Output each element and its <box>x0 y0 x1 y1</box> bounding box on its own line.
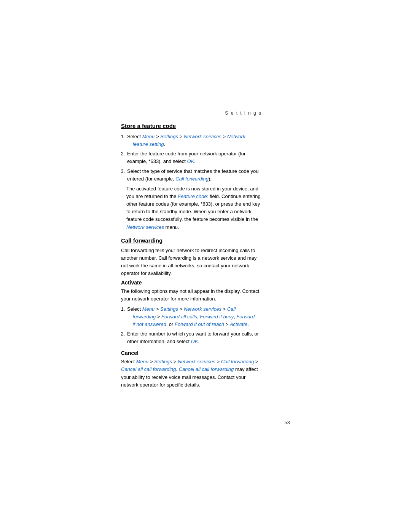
activate-step-2-text: Enter the number to which you want to fo… <box>127 331 259 344</box>
link-forward-all-calls[interactable]: Forward all calls <box>161 314 197 320</box>
link-ok-1[interactable]: OK <box>187 158 194 164</box>
subsection-activate: Activate The following options may not a… <box>121 280 262 345</box>
store-step-1-text: Select Menu > Settings > Network service… <box>127 134 245 147</box>
store-step-2-text: Enter the feature code from your network… <box>127 151 245 164</box>
link-menu-2[interactable]: Menu <box>142 306 155 312</box>
page-number: 53 <box>285 420 290 425</box>
link-ok-2[interactable]: OK <box>191 339 198 344</box>
section-title-call-forwarding: Call forwarding <box>121 237 262 244</box>
activate-step-2: Enter the number to which you want to fo… <box>126 330 262 345</box>
link-forward-if-busy[interactable]: Forward if busy <box>200 314 234 320</box>
link-menu-3[interactable]: Menu <box>136 359 149 364</box>
link-feature-code[interactable]: Feature code: <box>178 193 208 199</box>
link-settings-3[interactable]: Settings <box>154 359 172 364</box>
store-step-1: Select Menu > Settings > Network service… <box>126 133 262 148</box>
link-network-services-4[interactable]: Network services <box>178 359 215 364</box>
link-network-services-1[interactable]: Network services <box>184 134 221 139</box>
activate-step-1-text: Select Menu > Settings > Network service… <box>127 306 255 327</box>
section-call-forwarding: Call forwarding Call forwarding tells yo… <box>121 237 262 389</box>
link-cancel-all-forwarding-2[interactable]: Cancel all call forwarding <box>179 366 234 372</box>
store-step-3: Select the type of service that matches … <box>126 168 262 183</box>
link-activate[interactable]: Activate <box>230 321 247 327</box>
subsection-cancel: Cancel Select Menu > Settings > Network … <box>121 350 262 389</box>
activate-steps-list: Select Menu > Settings > Network service… <box>126 305 262 346</box>
settings-header: S e t t i n g s <box>121 110 262 116</box>
section-title-store: Store a feature code <box>121 123 262 129</box>
link-cancel-all-forwarding-1[interactable]: Cancel all call forwarding <box>121 366 176 372</box>
cancel-text: Select Menu > Settings > Network service… <box>121 358 262 389</box>
link-network-services-3[interactable]: Network services <box>184 306 221 312</box>
link-settings-2[interactable]: Settings <box>160 306 178 312</box>
cancel-title: Cancel <box>121 350 262 356</box>
activate-step-1: Select Menu > Settings > Network service… <box>126 305 262 328</box>
content-area: S e t t i n g s Store a feature code Sel… <box>121 110 262 395</box>
call-forwarding-intro: Call forwarding tells your network to re… <box>121 247 262 278</box>
link-call-forwarding-3[interactable]: Call forwarding <box>221 359 254 364</box>
store-note: The activated feature code is now stored… <box>126 185 262 231</box>
link-menu-1[interactable]: Menu <box>142 134 155 139</box>
link-call-forwarding-1[interactable]: Call forwarding <box>175 176 209 182</box>
activate-intro: The following options may not all appear… <box>121 288 262 303</box>
link-network-services-2[interactable]: Network services <box>126 224 164 230</box>
page-container: S e t t i n g s Store a feature code Sel… <box>0 0 411 532</box>
store-step-2: Enter the feature code from your network… <box>126 150 262 165</box>
link-forward-if-out-of-reach[interactable]: Forward if out of reach <box>175 321 224 327</box>
section-store-feature-code: Store a feature code Select Menu > Setti… <box>121 123 262 231</box>
activate-title: Activate <box>121 280 262 286</box>
store-steps-list: Select Menu > Settings > Network service… <box>126 133 262 183</box>
store-step-3-text: Select the type of service that matches … <box>127 168 258 182</box>
link-settings-1[interactable]: Settings <box>160 134 178 139</box>
